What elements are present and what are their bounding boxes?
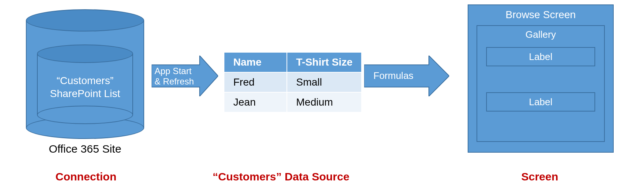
sharepoint-list-label-line1: “Customers” bbox=[57, 75, 113, 86]
arrow1-label: App Start & Refresh bbox=[155, 66, 203, 86]
gallery-label-box: Label bbox=[486, 92, 595, 112]
browse-screen-box: Browse Screen Gallery Label Label bbox=[468, 4, 614, 153]
section-caption-datasource: “Customers” Data Source bbox=[213, 170, 349, 183]
office365-site-caption: Office 365 Site bbox=[26, 143, 144, 155]
section-caption-screen: Screen bbox=[521, 170, 558, 183]
arrow2-label: Formulas bbox=[373, 70, 434, 82]
sharepoint-list-label: “Customers” SharePoint List bbox=[37, 74, 133, 100]
customers-data-table: Name T-Shirt Size Fred Small Jean Medium bbox=[224, 52, 362, 113]
office365-site-database: “Customers” SharePoint List bbox=[26, 9, 144, 139]
cell-name: Fred bbox=[224, 72, 287, 92]
arrow1-label-line1: App Start bbox=[155, 66, 191, 76]
cell-name: Jean bbox=[224, 92, 287, 112]
gallery-title: Gallery bbox=[477, 26, 604, 43]
gallery-label-text: Label bbox=[529, 96, 553, 108]
gallery-label-box: Label bbox=[486, 47, 595, 66]
col-header-name: Name bbox=[224, 52, 287, 72]
arrow-app-start-refresh: App Start & Refresh bbox=[152, 56, 218, 96]
sharepoint-list-label-line2: SharePoint List bbox=[50, 88, 120, 99]
arrow-formulas: Formulas bbox=[364, 56, 449, 96]
table-row: Fred Small bbox=[224, 72, 362, 92]
col-header-size: T-Shirt Size bbox=[287, 52, 362, 72]
diagram-stage: “Customers” SharePoint List Office 365 S… bbox=[0, 0, 644, 196]
table-header-row: Name T-Shirt Size bbox=[224, 52, 362, 72]
arrow1-label-line2: & Refresh bbox=[155, 76, 194, 86]
cell-size: Medium bbox=[287, 92, 362, 112]
table-row: Jean Medium bbox=[224, 92, 362, 112]
cell-size: Small bbox=[287, 72, 362, 92]
sharepoint-list-cylinder: “Customers” SharePoint List bbox=[37, 44, 133, 124]
browse-screen-title: Browse Screen bbox=[468, 5, 613, 23]
section-caption-connection: Connection bbox=[55, 170, 116, 183]
gallery-label-text: Label bbox=[529, 51, 553, 63]
gallery-box: Gallery Label Label bbox=[477, 25, 605, 142]
